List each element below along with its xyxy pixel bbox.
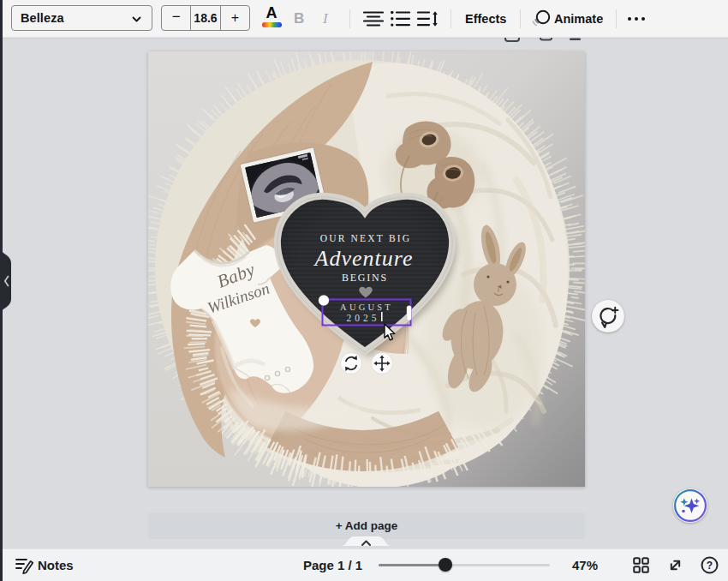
- svg-text:2025: 2025: [347, 313, 380, 323]
- svg-text:?: ?: [707, 560, 713, 572]
- svg-text:BEGINS: BEGINS: [342, 272, 388, 284]
- svg-text:AUGUST: AUGUST: [340, 302, 393, 312]
- svg-text:OUR NEXT BIG: OUR NEXT BIG: [320, 233, 412, 243]
- svg-text:Adventure: Adventure: [313, 246, 414, 271]
